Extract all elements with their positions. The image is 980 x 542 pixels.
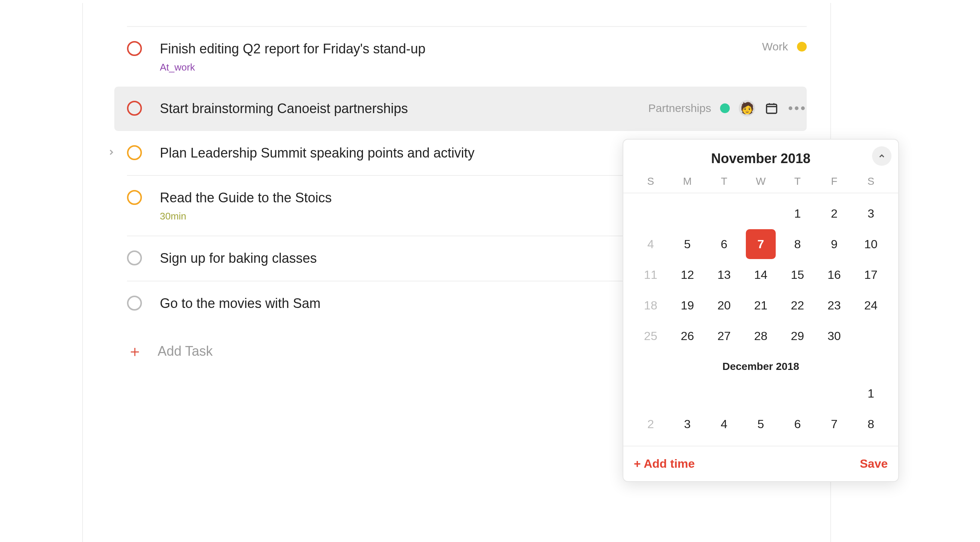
calendar-scroll[interactable]: 1234567891011121314151617181920212223242… — [632, 193, 889, 446]
more-actions-icon[interactable]: ••• — [788, 100, 807, 116]
calendar-day[interactable]: 28 — [743, 326, 779, 346]
calendar-day[interactable]: 5 — [743, 413, 779, 434]
dow-cell: T — [779, 175, 816, 188]
calendar-day[interactable]: 14 — [743, 264, 779, 285]
calendar-day[interactable]: 15 — [779, 264, 816, 285]
calendar-day[interactable]: 2 — [632, 413, 669, 434]
calendar-day[interactable]: 13 — [706, 264, 743, 285]
calendar-grid: 12345678 — [632, 376, 889, 446]
add-time-button[interactable]: + Add time — [634, 457, 695, 471]
calendar-icon[interactable] — [764, 101, 779, 116]
calendar-day[interactable]: 4 — [706, 413, 743, 434]
calendar-day[interactable]: 18 — [632, 295, 669, 316]
calendar-day[interactable]: 30 — [816, 326, 852, 346]
calendar-day[interactable]: 11 — [632, 264, 669, 285]
dow-cell: T — [706, 175, 743, 188]
calendar-day[interactable]: 6 — [706, 234, 743, 254]
calendar-day[interactable]: 17 — [853, 264, 889, 285]
add-task-label: Add Task — [158, 343, 213, 359]
task-checkbox[interactable] — [127, 296, 142, 311]
calendar-day[interactable]: 26 — [669, 326, 705, 346]
calendar-day[interactable]: 7 — [816, 413, 852, 434]
calendar-day[interactable]: 19 — [669, 295, 705, 316]
calendar-day[interactable]: 9 — [816, 234, 852, 254]
calendar-footer: + Add time Save — [623, 446, 898, 481]
calendar-day[interactable]: 25 — [632, 326, 669, 346]
task-checkbox[interactable] — [127, 145, 142, 160]
dow-cell: S — [853, 175, 889, 188]
collapse-icon[interactable] — [872, 146, 891, 166]
plus-icon: ＋ — [127, 341, 142, 362]
task-main: Finish editing Q2 report for Friday's st… — [160, 40, 755, 73]
calendar-day[interactable]: 1 — [853, 383, 889, 404]
task-row[interactable]: Start brainstorming Canoeist partnership… — [114, 87, 807, 131]
task-meta: Work — [762, 40, 807, 53]
task-title: Finish editing Q2 report for Friday's st… — [160, 40, 755, 58]
task-row[interactable]: Finish editing Q2 report for Friday's st… — [127, 26, 807, 87]
calendar-day[interactable]: 21 — [743, 295, 779, 316]
calendar-day[interactable]: 8 — [779, 234, 816, 254]
calendar-day[interactable]: 2 — [816, 203, 852, 224]
dow-cell: W — [743, 175, 779, 188]
calendar-month-subtitle: December 2018 — [632, 358, 889, 376]
app-root: Finish editing Q2 report for Friday's st… — [0, 0, 980, 542]
calendar-day[interactable]: 3 — [853, 203, 889, 224]
task-subtext[interactable]: At_work — [160, 62, 755, 73]
calendar-day[interactable]: 10 — [853, 234, 889, 254]
save-button[interactable]: Save — [860, 457, 888, 471]
label-color-dot — [797, 42, 807, 51]
calendar-day[interactable]: 3 — [669, 413, 705, 434]
dow-cell: M — [669, 175, 705, 188]
task-checkbox[interactable] — [127, 190, 142, 205]
assignee-avatar[interactable]: 🧑 — [739, 100, 755, 116]
dow-cell: F — [816, 175, 852, 188]
calendar-day[interactable]: 24 — [853, 295, 889, 316]
calendar-day[interactable]: 6 — [779, 413, 816, 434]
task-main: Start brainstorming Canoeist partnership… — [160, 100, 641, 118]
task-label[interactable]: Partnerships — [648, 102, 711, 114]
calendar-day[interactable]: 22 — [779, 295, 816, 316]
task-label[interactable]: Work — [762, 40, 788, 53]
calendar-day[interactable]: 12 — [669, 264, 705, 285]
calendar-day[interactable]: 20 — [706, 295, 743, 316]
calendar-header: November 2018 — [632, 147, 889, 175]
calendar-day[interactable]: 23 — [816, 295, 852, 316]
calendar-month-title: November 2018 — [711, 151, 810, 167]
calendar-day[interactable]: 1 — [779, 203, 816, 224]
calendar-day[interactable]: 29 — [779, 326, 816, 346]
calendar-day[interactable]: 4 — [632, 234, 669, 254]
date-picker-popover: November 2018 S M T W T F S 123456789101… — [623, 139, 899, 482]
calendar-grid: 1234567891011121314151617181920212223242… — [632, 193, 889, 358]
calendar-day[interactable]: 8 — [853, 413, 889, 434]
svg-rect-0 — [767, 104, 777, 113]
label-color-dot — [720, 103, 730, 113]
task-meta: Partnerships 🧑 ••• — [648, 100, 807, 116]
expand-subtasks-icon[interactable] — [107, 148, 116, 159]
task-checkbox[interactable] — [127, 41, 142, 56]
dow-cell: S — [632, 175, 669, 188]
calendar-dow-row: S M T W T F S — [623, 175, 898, 193]
calendar-day[interactable]: 27 — [706, 326, 743, 346]
task-checkbox[interactable] — [127, 251, 142, 265]
calendar-day[interactable]: 5 — [669, 234, 705, 254]
panel-left-border — [82, 3, 83, 542]
task-title: Start brainstorming Canoeist partnership… — [160, 100, 641, 118]
calendar-day[interactable]: 16 — [816, 264, 852, 285]
calendar-day[interactable]: 7 — [743, 234, 779, 254]
task-checkbox[interactable] — [127, 101, 142, 116]
